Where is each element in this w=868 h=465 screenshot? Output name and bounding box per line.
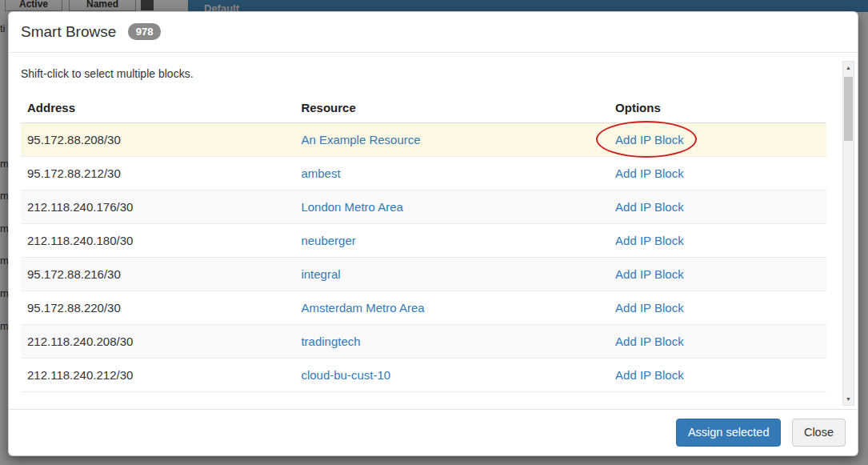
address-cell: 95.172.88.208/30 (21, 123, 294, 157)
resource-link[interactable]: London Metro Area (301, 200, 403, 214)
add-ip-block-link[interactable]: Add IP Block (615, 335, 684, 348)
table-row[interactable]: 95.172.88.220/30Amsterdam Metro AreaAdd … (21, 291, 826, 325)
options-cell: Add IP Block (609, 325, 826, 359)
table-row[interactable]: 212.118.240.180/30neubergerAdd IP Block (21, 224, 826, 258)
resource-cell: integral (294, 258, 609, 291)
resource-cell: tradingtech (294, 325, 609, 359)
add-ip-block-link[interactable]: Add IP Block (615, 200, 684, 214)
resource-link[interactable]: neuberger (301, 234, 355, 247)
options-cell: Add IP Block (609, 224, 826, 258)
resource-link[interactable]: Amsterdam Metro Area (301, 301, 424, 315)
assign-selected-button[interactable]: Assign selected (676, 419, 782, 447)
options-cell: Add IP Block (609, 190, 826, 224)
modal-body: Shift-click to select multiple blocks. A… (9, 53, 858, 409)
add-ip-block-link[interactable]: Add IP Block (615, 133, 684, 146)
resource-link[interactable]: integral (301, 267, 340, 281)
resource-link[interactable]: ambest (301, 166, 340, 180)
address-cell: 95.172.88.220/30 (21, 291, 294, 325)
address-cell: 95.172.88.216/30 (21, 258, 294, 291)
address-cell: 212.118.240.180/30 (21, 224, 294, 258)
smart-browse-modal: Smart Browse 978 Shift-click to select m… (8, 11, 858, 456)
options-cell: Add IP Block (609, 359, 826, 392)
table-row[interactable]: 212.118.240.212/30cloud-bu-cust-10Add IP… (21, 359, 826, 392)
address-cell: 212.118.240.176/30 (21, 190, 294, 224)
column-header-options: Options (609, 93, 826, 123)
close-button[interactable]: Close (792, 419, 846, 447)
resource-cell: cloud-bu-cust-10 (294, 359, 609, 392)
resource-cell: Amsterdam Metro Area (294, 291, 609, 325)
table-row[interactable]: 95.172.88.216/30integralAdd IP Block (21, 258, 826, 291)
resource-cell: London Metro Area (294, 190, 609, 224)
modal-header: Smart Browse 978 (9, 12, 858, 53)
resource-link[interactable]: tradingtech (301, 335, 360, 348)
table-row[interactable]: 95.172.88.212/30ambestAdd IP Block (21, 157, 826, 190)
table-body: 95.172.88.208/30An Example ResourceAdd I… (21, 123, 826, 392)
address-cell: 95.172.88.212/30 (21, 157, 294, 190)
scrollbar-thumb[interactable] (844, 77, 853, 141)
blocks-table: Address Resource Options 95.172.88.208/3… (21, 93, 826, 392)
instruction-text: Shift-click to select multiple blocks. (21, 67, 846, 80)
options-cell: Add IP Block (609, 291, 826, 325)
add-ip-block-link[interactable]: Add IP Block (615, 301, 684, 315)
scrollbar[interactable]: ▲ ▼ (842, 61, 854, 406)
address-cell: 212.118.240.212/30 (21, 359, 294, 392)
count-badge: 978 (128, 23, 162, 40)
table-row[interactable]: 95.172.88.208/30An Example ResourceAdd I… (21, 123, 826, 157)
modal-footer: Assign selected Close (9, 409, 858, 455)
modal-title: Smart Browse (21, 23, 116, 40)
resource-cell: ambest (294, 157, 609, 190)
resource-link[interactable]: cloud-bu-cust-10 (301, 368, 390, 382)
add-ip-block-link[interactable]: Add IP Block (615, 234, 684, 247)
options-cell: Add IP Block (609, 157, 826, 190)
resource-cell: neuberger (294, 224, 609, 258)
add-ip-block-link[interactable]: Add IP Block (615, 166, 684, 180)
scrollbar-up-icon[interactable]: ▲ (843, 62, 854, 74)
column-header-resource: Resource (294, 93, 609, 123)
resource-link[interactable]: An Example Resource (301, 133, 420, 146)
resource-cell: An Example Resource (294, 123, 609, 157)
add-ip-block-link[interactable]: Add IP Block (615, 267, 684, 281)
options-cell: Add IP Block (609, 258, 826, 291)
options-cell: Add IP Block (609, 123, 826, 157)
column-header-address: Address (21, 93, 294, 123)
table-row[interactable]: 212.118.240.176/30London Metro AreaAdd I… (21, 190, 826, 224)
table-header-row: Address Resource Options (21, 93, 826, 123)
scrollbar-down-icon[interactable]: ▼ (843, 393, 854, 405)
address-cell: 212.118.240.208/30 (21, 325, 294, 359)
add-ip-block-link[interactable]: Add IP Block (615, 368, 684, 382)
table-row[interactable]: 212.118.240.208/30tradingtechAdd IP Bloc… (21, 325, 826, 359)
